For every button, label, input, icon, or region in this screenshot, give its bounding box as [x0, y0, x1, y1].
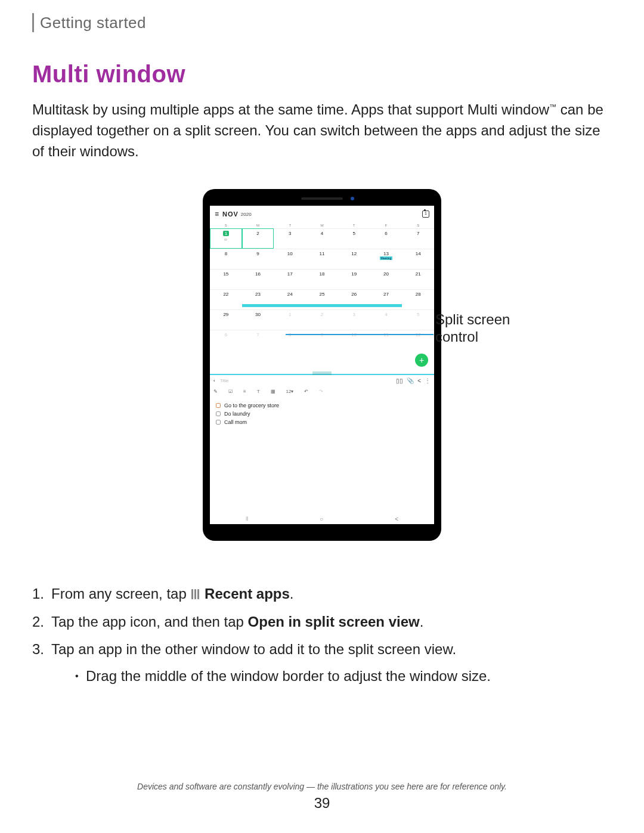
checkbox-icon[interactable]: ☑ [228, 389, 233, 394]
back-icon[interactable]: ‹ [213, 378, 215, 383]
cal-day[interactable]: 20 [370, 269, 402, 289]
cal-day[interactable]: 4 [306, 228, 338, 249]
dow: S [402, 222, 434, 228]
cal-day[interactable]: 12 [338, 249, 370, 269]
dow: W [306, 222, 338, 228]
cal-day[interactable]: 2 [306, 309, 338, 330]
tablet-frame: ≡ NOV 2020 S M T W T F S 1▭ 2 3 4 5 6 7 [203, 189, 441, 541]
cal-day[interactable]: 22 [210, 289, 242, 309]
text-icon[interactable]: T [257, 389, 260, 394]
footer-note: Devices and software are constantly evol… [0, 782, 644, 791]
cal-day[interactable]: 13Meeting [370, 249, 402, 269]
breadcrumb-bar: Getting started [32, 13, 644, 32]
dow: F [370, 222, 402, 228]
cal-day[interactable]: 19 [338, 269, 370, 289]
cal-day[interactable]: 9 [242, 249, 274, 269]
cal-day[interactable]: 17 [274, 269, 306, 289]
cal-day[interactable]: 6 [370, 228, 402, 249]
more-icon[interactable]: ⋮ [425, 377, 431, 384]
cal-day[interactable]: 1 [274, 309, 306, 330]
cal-day[interactable]: 11 [370, 330, 402, 350]
cal-day[interactable]: 15 [210, 269, 242, 289]
hamburger-icon[interactable]: ≡ [215, 210, 219, 218]
cal-day[interactable]: 11 [306, 249, 338, 269]
checkbox-icon[interactable] [216, 403, 221, 408]
redo-icon[interactable]: ↷ [319, 389, 323, 394]
notes-checklist: Go to the grocery store Do laundry Call … [210, 397, 434, 431]
cal-day[interactable]: 5 [402, 309, 434, 330]
notes-toolbar: ✎ ☑ ≡ T ▦ 12▾ ↶ ↷ [210, 386, 434, 397]
cal-day[interactable]: 10 [338, 330, 370, 350]
cal-day[interactable]: 16 [242, 269, 274, 289]
step-1-bold: Recent apps [205, 586, 290, 602]
trademark-symbol: ™ [549, 103, 556, 111]
cal-day[interactable]: 9 [306, 330, 338, 350]
cal-day[interactable]: 3 [274, 228, 306, 249]
cal-day[interactable]: 27 [370, 289, 402, 309]
list-item[interactable]: Do laundry [216, 410, 428, 418]
step-3: Tap an app in the other window to add it… [51, 638, 612, 688]
cal-day[interactable]: 1▭ [210, 228, 242, 249]
checkbox-icon[interactable] [216, 411, 221, 416]
cal-day[interactable]: 25 [306, 289, 338, 309]
cal-day[interactable]: 12 [402, 330, 434, 350]
breadcrumb: Getting started [40, 14, 146, 32]
recent-apps-icon [191, 589, 199, 599]
dow: S [210, 222, 242, 228]
step-1: From any screen, tap Recent apps. [51, 583, 612, 605]
cal-day[interactable]: 30 [242, 309, 274, 330]
cal-day[interactable]: 23 [242, 289, 274, 309]
cal-day[interactable]: 18 [306, 269, 338, 289]
device-illustration-area: ≡ NOV 2020 S M T W T F S 1▭ 2 3 4 5 6 7 [0, 189, 644, 541]
notes-header: ‹ Title ▯▯ 📎 < ⋮ [210, 375, 434, 386]
intro-text-1: Multitask by using multiple apps at the … [32, 101, 549, 117]
step-2: Tap the app icon, and then tap Open in s… [51, 611, 612, 633]
undo-icon[interactable]: ↶ [304, 389, 308, 394]
reader-icon[interactable]: ▯▯ [396, 377, 403, 384]
checkbox-icon[interactable] [216, 420, 221, 425]
share-icon[interactable]: < [417, 377, 421, 384]
today-icon[interactable] [422, 210, 429, 218]
back-nav-icon[interactable]: < [395, 516, 398, 522]
page-number: 39 [0, 795, 644, 812]
cal-day[interactable]: 8 [274, 330, 306, 350]
add-event-fab[interactable]: + [415, 354, 428, 367]
cal-day[interactable]: 7 [242, 330, 274, 350]
cal-day[interactable]: 3 [338, 309, 370, 330]
recents-nav-icon[interactable]: ⦀ [246, 515, 248, 522]
list-item[interactable]: Call mom [216, 418, 428, 426]
calendar-header: ≡ NOV 2020 [210, 206, 434, 222]
page-title: Multi window [0, 32, 644, 95]
attach-icon[interactable]: 📎 [407, 377, 414, 384]
draw-icon[interactable]: ✎ [213, 389, 218, 394]
list-item[interactable]: Go to the grocery store [216, 401, 428, 410]
font-size[interactable]: 12▾ [286, 389, 294, 394]
breadcrumb-wrap: Getting started [0, 0, 644, 32]
list-icon[interactable]: ≡ [243, 389, 246, 394]
cal-day[interactable]: 28 [402, 289, 434, 309]
intro-paragraph: Multitask by using multiple apps at the … [0, 95, 644, 162]
cal-day[interactable]: 5 [338, 228, 370, 249]
step-3-bullet: Drag the middle of the window border to … [86, 665, 612, 688]
grid-icon[interactable]: ▦ [271, 389, 275, 394]
notes-title-placeholder[interactable]: Title [220, 378, 229, 383]
cal-day[interactable]: 6 [210, 330, 242, 350]
cal-day[interactable]: 14 [402, 249, 434, 269]
home-nav-icon[interactable]: ○ [320, 516, 323, 522]
cal-day[interactable]: 7 [402, 228, 434, 249]
cal-day[interactable]: 2 [242, 228, 274, 249]
dow: T [274, 222, 306, 228]
cal-day[interactable]: 4 [370, 309, 402, 330]
cal-day[interactable]: 26 [338, 289, 370, 309]
notes-app: ‹ Title ▯▯ 📎 < ⋮ ✎ ☑ ≡ T ▦ 12▾ ↶ ↷ [210, 375, 434, 513]
calendar-year: 2020 [241, 212, 252, 217]
cal-day[interactable]: 29 [210, 309, 242, 330]
calendar-month: NOV [222, 210, 239, 218]
cal-day[interactable]: 8 [210, 249, 242, 269]
callout-label: Split screen control [435, 311, 513, 346]
cal-day[interactable]: 24 [274, 289, 306, 309]
cal-day[interactable]: 21 [402, 269, 434, 289]
cal-day[interactable]: 10 [274, 249, 306, 269]
step-2-bold: Open in split screen view [248, 614, 420, 630]
instruction-steps: From any screen, tap Recent apps. Tap th… [0, 541, 644, 688]
